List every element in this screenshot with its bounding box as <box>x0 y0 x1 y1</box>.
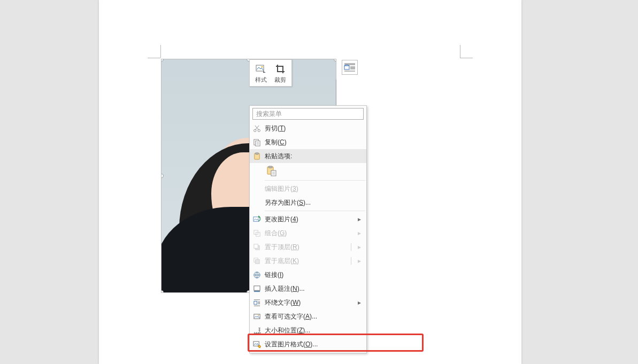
submenu-arrow-icon: ▸ <box>358 299 363 306</box>
group-icon <box>250 229 264 237</box>
margin-mark <box>148 58 160 58</box>
menu-bring-to-front: 置于顶层(R) │ ▸ <box>250 240 366 254</box>
menu-link[interactable]: 链接(I) <box>250 268 366 282</box>
picture-style-button[interactable]: 样式 <box>254 63 268 84</box>
menu-link-label: 链接(I) <box>264 270 363 280</box>
submenu-arrow-icon: ▸ <box>358 257 363 265</box>
picture-mini-toolbar: 样式 裁剪 <box>249 59 292 87</box>
paste-icon <box>250 152 264 160</box>
submenu-arrow-icon: ▸ <box>358 215 363 223</box>
submenu-arrow-icon: ▸ <box>358 229 363 237</box>
svg-point-4 <box>258 129 260 131</box>
resize-handle[interactable] <box>162 59 164 61</box>
margin-mark <box>160 45 161 58</box>
svg-point-24 <box>258 314 259 315</box>
menu-format-picture-label: 设置图片格式(O)... <box>264 340 363 349</box>
resize-handle[interactable] <box>162 174 164 178</box>
menu-paste-options-label: 粘贴选项: <box>264 152 363 161</box>
crop-icon <box>273 63 287 75</box>
menu-copy[interactable]: 复制(C) <box>250 135 366 149</box>
menu-group-label: 组合(G) <box>264 229 358 238</box>
margin-mark <box>460 45 460 58</box>
svg-rect-22 <box>253 301 257 304</box>
connector-line <box>336 80 336 107</box>
svg-rect-18 <box>255 259 259 264</box>
margin-mark <box>460 58 473 58</box>
menu-group: 组合(G) ▸ <box>250 226 366 240</box>
menu-copy-label: 复制(C) <box>264 138 363 147</box>
menu-alt-text[interactable]: 查看可选文字(A)... <box>250 309 366 323</box>
size-position-icon <box>250 327 264 335</box>
send-to-back-icon <box>250 257 264 265</box>
separator-bar: │ <box>349 257 355 265</box>
menu-search-placeholder: 搜索菜单 <box>256 110 282 119</box>
bring-to-front-icon <box>250 243 264 251</box>
menu-change-picture[interactable]: 更改图片(4) ▸ <box>250 212 366 226</box>
svg-rect-10 <box>268 166 272 168</box>
svg-point-1 <box>262 66 263 68</box>
menu-search-input[interactable]: 搜索菜单 <box>252 108 364 120</box>
menu-format-picture[interactable]: 设置图片格式(O)... <box>250 337 366 351</box>
wrap-text-icon <box>250 299 264 307</box>
menu-save-as-picture-label: 另存为图片(S)... <box>264 198 363 207</box>
menu-change-picture-label: 更改图片(4) <box>264 215 358 224</box>
menu-separator <box>265 211 365 211</box>
menu-insert-caption-label: 插入题注(N)... <box>264 284 363 293</box>
crop-label: 裁剪 <box>273 76 287 84</box>
menu-insert-caption[interactable]: 插入题注(N)... <box>250 282 366 296</box>
svg-point-3 <box>253 129 256 131</box>
svg-rect-16 <box>253 244 258 248</box>
menu-size-position[interactable]: 大小和位置(Z)... <box>250 323 366 337</box>
menu-bring-to-front-label: 置于顶层(R) <box>264 243 349 252</box>
link-icon <box>250 271 264 279</box>
paste-keep-source-button[interactable] <box>265 164 279 178</box>
menu-cut-label: 剪切(T) <box>264 124 363 133</box>
menu-save-as-picture[interactable]: 另存为图片(S)... <box>250 196 366 210</box>
copy-icon <box>250 138 264 146</box>
menu-edit-picture: 编辑图片(3) <box>250 182 366 196</box>
format-picture-icon <box>250 340 264 348</box>
resize-handle[interactable] <box>334 59 336 61</box>
insert-caption-icon <box>250 285 264 293</box>
svg-rect-21 <box>253 291 259 292</box>
menu-send-to-back: 置于底层(K) │ ▸ <box>250 254 366 268</box>
menu-send-to-back-label: 置于底层(K) <box>264 257 349 266</box>
menu-edit-picture-label: 编辑图片(3) <box>264 184 363 193</box>
svg-rect-20 <box>253 285 259 290</box>
separator-bar: │ <box>349 243 355 251</box>
svg-rect-8 <box>255 152 258 154</box>
picture-style-label: 样式 <box>254 76 268 84</box>
layout-options-icon <box>344 63 356 72</box>
paste-keep-source-icon <box>266 166 277 176</box>
picture-style-icon <box>254 63 268 75</box>
picture-context-menu: 搜索菜单 剪切(T) 复制(C) 粘贴选项: <box>249 105 367 353</box>
menu-separator <box>265 180 365 181</box>
paste-options-row <box>250 163 366 179</box>
menu-cut[interactable]: 剪切(T) <box>250 121 366 135</box>
layout-options-button[interactable] <box>342 60 358 75</box>
change-picture-icon <box>250 215 264 223</box>
cut-icon <box>250 125 264 133</box>
menu-wrap-text[interactable]: 环绕文字(W) ▸ <box>250 296 366 309</box>
alt-text-icon <box>250 313 264 321</box>
submenu-arrow-icon: ▸ <box>358 243 363 251</box>
menu-paste-options-header: 粘贴选项: <box>250 149 366 163</box>
svg-rect-2 <box>344 66 349 69</box>
menu-wrap-text-label: 环绕文字(W) <box>264 298 358 307</box>
menu-size-position-label: 大小和位置(Z)... <box>264 326 363 335</box>
crop-button[interactable]: 裁剪 <box>273 63 287 84</box>
document-page: 样式 裁剪 搜索菜单 剪切(T) <box>99 0 521 364</box>
menu-alt-text-label: 查看可选文字(A)... <box>264 312 363 321</box>
